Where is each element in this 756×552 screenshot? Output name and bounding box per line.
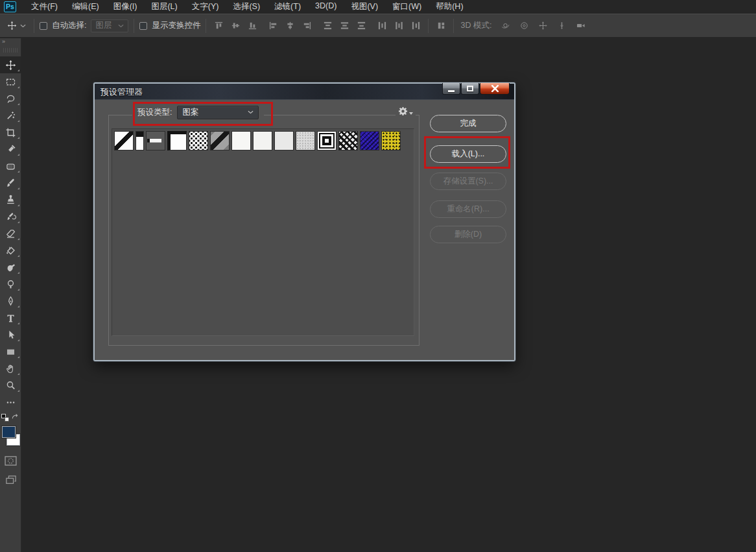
clone-stamp-tool[interactable] [0,191,21,208]
pattern-swatch-yellow-speckle[interactable] [381,131,401,150]
distribute-right-icon[interactable] [408,19,423,33]
show-transform-checkbox[interactable] [139,22,147,30]
preset-list[interactable] [112,128,414,336]
menu-item-type[interactable]: 文字(Y) [185,0,226,14]
distribute-top-icon[interactable] [320,19,335,33]
maximize-button[interactable] [461,83,479,95]
screen-mode-button[interactable] [0,472,21,488]
rectangle-shape-tool[interactable] [0,343,21,360]
gear-icon [398,106,408,116]
menu-bar-items: 文件(F)编辑(E)图像(I)图层(L)文字(Y)选择(S)滤镜(T)3D(D)… [24,0,471,14]
auto-select-checkbox[interactable] [40,22,47,30]
minimize-button[interactable] [442,83,460,95]
distribute-left-icon[interactable] [375,19,389,33]
move-tool[interactable] [0,56,21,73]
menu-item-select[interactable]: 选择(S) [226,0,267,14]
3d-slide-icon[interactable] [554,19,569,33]
eraser-tool[interactable] [0,225,21,242]
done-button[interactable]: 完成 [430,115,506,132]
preset-type-dropdown[interactable]: 图案 [177,106,259,119]
tool-preset-picker[interactable] [5,21,29,30]
paint-bucket-tool[interactable] [0,242,21,259]
pattern-swatch-vertical-bar[interactable] [136,131,144,150]
panel-grip[interactable] [3,48,18,53]
pattern-swatch-gray-noise[interactable] [296,131,315,150]
preset-manager-menu-button[interactable] [396,106,416,116]
pattern-swatch-diagonal-line[interactable] [114,131,134,150]
spot-healing-tool[interactable] [0,158,21,174]
quick-mask-button[interactable] [0,453,21,468]
pattern-swatch-paper-white[interactable] [231,131,251,150]
align-left-icon[interactable] [266,19,280,33]
foreground-color-swatch[interactable] [2,426,16,438]
align-right-icon[interactable] [300,19,314,33]
distribute-vertical-center-icon[interactable] [337,19,351,33]
close-icon[interactable] [480,83,510,95]
pattern-swatch-concentric-squares[interactable] [317,131,337,150]
color-swatches [0,426,21,449]
pattern-swatch-horizontal-bar[interactable] [146,131,165,150]
move-tool-icon [7,21,17,30]
type-tool[interactable] [0,309,21,326]
brush-tool[interactable] [0,174,21,191]
swap-colors-icon[interactable] [11,413,19,420]
align-bottom-icon[interactable] [245,19,259,33]
delete-button[interactable]: 删除(D) [430,226,506,243]
preset-manager-dialog: 预设管理器 预设类型: 图案 完成载入(L)...存储设置(S)...重命名( [93,82,515,361]
menu-item-view[interactable]: 视图(V) [344,0,385,14]
rename-button[interactable]: 重命名(R)... [430,200,506,218]
load-button[interactable]: 载入(L)... [430,145,506,163]
align-vertical-center-icon[interactable] [228,19,242,33]
align-horizontal-center-icon[interactable] [283,19,297,33]
auto-select-target-value: 图层 [95,20,112,31]
pattern-swatch-woven-texture[interactable] [338,131,358,150]
3d-pan-icon[interactable] [536,19,550,33]
menu-item-filter[interactable]: 滤镜(T) [267,0,308,14]
rectangular-marquee-tool[interactable] [0,73,21,90]
crop-tool[interactable] [0,124,21,141]
quick-selection-tool[interactable] [0,107,21,124]
lasso-tool[interactable] [0,90,21,107]
hand-tool[interactable] [0,360,21,377]
smudge-tool[interactable] [0,259,21,276]
menu-item-help[interactable]: 帮助(H) [429,0,470,14]
menu-item-file[interactable]: 文件(F) [24,0,65,14]
show-transform-label: 显示变换控件 [152,20,200,31]
pattern-swatch-paper-offwhite[interactable] [253,131,272,150]
align-top-icon[interactable] [211,19,226,33]
chevron-down-icon [20,24,26,28]
auto-align-layers-icon[interactable] [434,19,448,33]
menu-item-3d[interactable]: 3D(D) [308,0,344,14]
pattern-swatch-paper-gray[interactable] [274,131,294,150]
menu-item-edit[interactable]: 编辑(E) [65,0,106,14]
3d-orbit-icon[interactable] [498,19,512,33]
distribute-bottom-icon[interactable] [354,19,368,33]
dialog-title-bar[interactable]: 预设管理器 [95,84,514,100]
dialog-content: 预设类型: 图案 完成载入(L)...存储设置(S)...重命名(R)...删除… [95,100,514,360]
pattern-swatch-blue-weave[interactable] [360,131,379,150]
pattern-swatch-corner-frame[interactable] [167,131,187,150]
pattern-swatch-dot-grid[interactable] [189,131,208,150]
edit-toolbar-tool[interactable] [0,394,21,411]
pen-tool[interactable] [0,293,21,309]
3d-camera-icon[interactable] [573,19,587,33]
menu-item-layer[interactable]: 图层(L) [144,0,184,14]
pattern-swatch-gray-diagonal[interactable] [210,131,230,150]
collapse-panel-icon[interactable]: » [0,38,21,47]
auto-select-target-dropdown[interactable]: 图层 [91,19,128,32]
menu-bar: Ps 文件(F)编辑(E)图像(I)图层(L)文字(Y)选择(S)滤镜(T)3D… [0,0,756,14]
3d-roll-icon[interactable] [517,19,531,33]
menu-item-window[interactable]: 窗口(W) [385,0,429,14]
history-brush-tool[interactable] [0,208,21,225]
eyedropper-tool[interactable] [0,141,21,158]
align-group-4 [375,19,423,33]
align-group-3 [320,19,368,33]
chevron-down-icon [118,24,124,28]
save-set-button[interactable]: 存储设置(S)... [430,173,506,190]
default-colors-icon[interactable] [1,414,10,422]
menu-item-image[interactable]: 图像(I) [106,0,145,14]
dodge-tool[interactable] [0,276,21,293]
distribute-horizontal-center-icon[interactable] [392,19,406,33]
zoom-tool[interactable] [0,377,21,394]
path-selection-tool[interactable] [0,326,21,343]
